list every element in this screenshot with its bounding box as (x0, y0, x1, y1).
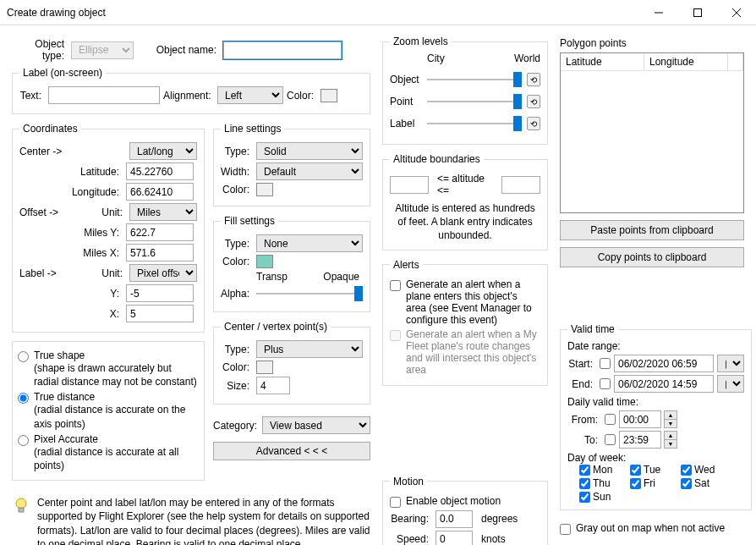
start-datetime-picker[interactable]: ▦▾ (717, 355, 744, 372)
alignment-select[interactable]: Left (217, 86, 283, 104)
object-type-select[interactable]: Ellipse (71, 41, 134, 59)
line-width-select[interactable]: Default (256, 162, 363, 180)
label-text-input[interactable] (48, 86, 160, 104)
from-enable-checkbox[interactable] (605, 414, 616, 425)
vertex-color-picker[interactable] (256, 361, 273, 374)
from-time-input[interactable] (619, 410, 661, 428)
sun-checkbox[interactable] (579, 492, 590, 503)
label-y-input[interactable] (126, 284, 194, 302)
window-title: Create drawing object (7, 7, 639, 19)
label-unit-label: Unit: (74, 267, 126, 279)
thu-checkbox[interactable] (579, 478, 590, 489)
miles-x-input[interactable] (126, 244, 194, 261)
wed-checkbox[interactable] (681, 465, 692, 476)
end-datetime-input[interactable] (614, 375, 714, 393)
coordinates-group: Coordinates Center -> Lat/long Latitude:… (12, 123, 205, 333)
shape-options-group: True shape(shape is drawn accurately but… (12, 341, 205, 481)
true-shape-radio[interactable] (18, 351, 29, 362)
alignment-label: Alignment: (163, 90, 214, 102)
altitude-group: Altitude boundaries <= altitude <= Altit… (382, 153, 548, 250)
miles-y-label: Miles Y: (19, 227, 123, 239)
object-name-input[interactable] (223, 41, 342, 59)
latitude-input[interactable] (126, 162, 194, 180)
valid-time-group: Valid time Date range: Start:▦▾ End:▦▾ D… (560, 323, 752, 510)
longitude-label: Longitude: (19, 186, 123, 198)
zoom-label-slider[interactable] (427, 115, 522, 132)
fill-color-picker[interactable] (256, 255, 273, 268)
miles-y-input[interactable] (126, 223, 194, 241)
copy-points-button[interactable]: Copy points to clipboard (560, 247, 744, 267)
gray-out-checkbox[interactable] (560, 524, 571, 535)
fill-type-select[interactable]: None (256, 234, 363, 252)
sat-checkbox[interactable] (681, 478, 692, 489)
paste-points-button[interactable]: Paste points from clipboard (560, 220, 744, 240)
tue-checkbox[interactable] (630, 465, 641, 476)
minimize-button[interactable] (639, 0, 678, 25)
label-color-picker[interactable] (320, 89, 337, 102)
true-distance-radio[interactable] (18, 393, 29, 404)
vertex-size-input[interactable] (256, 377, 290, 394)
mon-checkbox[interactable] (579, 465, 590, 476)
zoom-object-slider[interactable] (427, 71, 522, 88)
label-text-label: Text: (19, 90, 45, 102)
polygon-points-group: Polygon points Latitude Longitude Paste … (560, 36, 744, 267)
motion-group: Motion Enable object motion Bearing:degr… (382, 476, 548, 545)
end-enable-checkbox[interactable] (600, 378, 611, 389)
alpha-slider[interactable] (256, 285, 363, 302)
line-type-select[interactable]: Solid (256, 142, 363, 160)
svg-point-4 (16, 498, 26, 509)
zoom-levels-group: Zoom levels CityWorld Object⟲ Point⟲ Lab… (382, 36, 548, 145)
lightbulb-icon (12, 496, 30, 515)
label-y-label: Y: (19, 288, 123, 300)
start-datetime-input[interactable] (614, 355, 714, 372)
line-settings-group: Line settings Type:Solid Width:Default C… (213, 123, 370, 206)
altitude-high-input[interactable] (501, 176, 540, 194)
label-arrow: Label -> (19, 267, 70, 279)
center-arrow-label: Center -> (19, 146, 70, 157)
offset-arrow-label: Offset -> (19, 206, 70, 218)
altitude-low-input[interactable] (390, 176, 429, 194)
center-vertex-group: Center / vertex point(s) Type:Plus Color… (213, 321, 370, 405)
bearing-input[interactable] (436, 510, 473, 528)
category-select[interactable]: View based (262, 416, 370, 434)
speed-input[interactable] (436, 531, 473, 545)
advanced-button[interactable]: Advanced < < < (213, 442, 370, 460)
pixel-accurate-radio[interactable] (18, 435, 29, 446)
zoom-point-slider[interactable] (427, 93, 522, 110)
offset-unit-select[interactable]: Miles (129, 203, 197, 221)
fill-settings-group: Fill settings Type:None Color: TranspOpa… (213, 215, 370, 312)
enable-motion-checkbox[interactable] (390, 497, 401, 508)
zoom-label-reset[interactable]: ⟲ (527, 117, 540, 130)
miles-x-label: Miles X: (19, 247, 123, 259)
zoom-point-reset[interactable]: ⟲ (527, 95, 540, 108)
to-enable-checkbox[interactable] (605, 434, 616, 445)
center-mode-select[interactable]: Lat/long (129, 142, 197, 160)
alert-enter-checkbox[interactable] (390, 280, 401, 291)
longitude-input[interactable] (126, 183, 194, 201)
titlebar: Create drawing object (0, 0, 756, 25)
vertex-type-select[interactable]: Plus (256, 340, 363, 358)
from-spinner[interactable]: ▲▼ (664, 410, 677, 428)
label-x-label: X: (19, 308, 123, 320)
polygon-table[interactable]: Latitude Longitude (560, 52, 744, 213)
label-unit-select[interactable]: Pixel offset (129, 264, 197, 282)
label-color-label: Color: (287, 90, 317, 102)
help-note: Center point and label lat/lon may be en… (37, 496, 370, 545)
object-type-label: Object type: (12, 38, 68, 62)
zoom-object-reset[interactable]: ⟲ (527, 73, 540, 86)
lat-column-header[interactable]: Latitude (561, 53, 644, 70)
end-datetime-picker[interactable]: ▦▾ (717, 375, 744, 393)
to-spinner[interactable]: ▲▼ (664, 431, 677, 449)
maximize-button[interactable] (678, 0, 717, 25)
alert-route-checkbox (390, 330, 401, 341)
label-x-input[interactable] (126, 305, 194, 322)
lon-column-header[interactable]: Longitude (644, 53, 728, 70)
close-button[interactable] (717, 0, 756, 25)
start-enable-checkbox[interactable] (600, 358, 611, 369)
line-color-picker[interactable] (256, 183, 273, 196)
to-time-input[interactable] (619, 431, 661, 449)
object-name-label: Object name: (152, 44, 220, 56)
fri-checkbox[interactable] (630, 478, 641, 489)
label-group: Label (on-screen) Text: Alignment: Left … (12, 67, 370, 114)
alerts-group: Alerts Generate an alert when a plane en… (382, 259, 548, 386)
